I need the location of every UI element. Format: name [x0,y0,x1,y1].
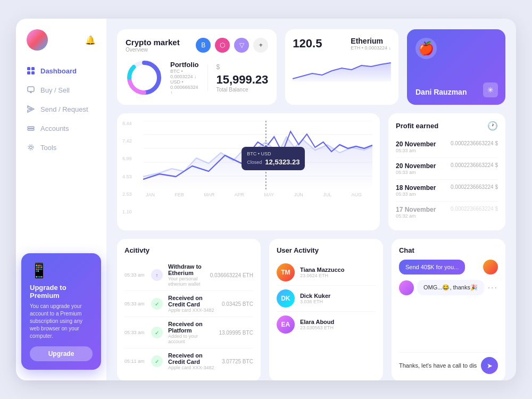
eth-value: 120.5 [293,37,322,51]
balance-label: Total Balance [216,87,268,93]
activity-title: Acitivty [124,246,253,254]
balance-value: 15,999.23 [216,73,268,86]
svg-point-9 [30,146,32,149]
sidebar-item-sendrequest[interactable]: Send / Request [16,99,106,119]
chat-send-button[interactable]: ➤ [481,357,498,374]
chart-y-labels: 8.44 7.42 6.99 4.53 2.53 1.10 [122,121,132,214]
upgrade-card: 📱 Upgrade to Premium You can upgrade you… [21,253,101,370]
user-avatar-0: TM [277,263,295,281]
bottom-section: Acitivty 05:33 am ↑ Withdraw to Etherium… [117,239,505,380]
profit-date-1: 20 November [396,162,436,170]
tooltip-status: Closed [247,160,262,165]
chat-title: Chat [399,246,498,254]
sidebar: 🔔 Dashboard [16,19,106,380]
eth-icon-btn[interactable]: ⬡ [215,38,230,53]
activity-sub-2: Added to your account [168,334,213,344]
profit-amount-1: 0.0002236663224 $ [451,162,498,168]
activity-amount-0: 0.036663224 ETH [210,272,253,278]
etherium-card: 120.5 Etherium ETH • 0.0003224 ↓ [285,29,398,105]
activity-time-0: 05:33 am [124,272,146,278]
portfolio-section: Portfolio BTC • 0.0003224 ↓ USD • 0.0006… [126,59,199,96]
send-icon [27,105,35,113]
y-label-3: 4.53 [122,174,132,179]
upgrade-button[interactable]: Upgrade [30,346,93,361]
profit-date-2: 18 November [396,184,436,192]
crypto-market-header: Crypto market Overview B ⬡ ▽ + [126,38,268,53]
chat-received-row: OMG...😂, thanks🎉 ··· [399,280,498,295]
activity-name-3: Received on Credit Card [168,352,217,365]
user-amount-1: 3.036 ETH [300,299,330,304]
activity-row-1: 05:33 am ✓ Received on Credit Card Apple… [124,291,253,317]
profit-date-0: 20 November [396,140,436,148]
profit-amount-0: 0.0002236663224 $ [451,140,498,146]
user-avatar-1: DK [277,289,295,307]
x-label-1: FEB [174,192,184,197]
svg-rect-2 [27,71,30,74]
chat-bubble-received: OMG...😂, thanks🎉 [417,280,484,295]
main-container: 🔔 Dashboard [16,19,516,380]
chat-input[interactable] [399,362,477,369]
chart-section: 8.44 7.42 6.99 4.53 2.53 1.10 [117,113,505,230]
svg-rect-4 [28,87,34,92]
activity-dot-1: ✓ [151,298,163,310]
sidebar-item-label-dashboard: Dashboard [40,67,77,75]
svg-rect-8 [28,129,34,130]
sidebar-item-buysell[interactable]: Buy / Sell [16,80,106,99]
y-label-0: 8.44 [122,121,132,126]
avatar [27,29,48,51]
profile-card: 🍎 Dani Rauzman ✳ [407,29,505,105]
user-info-0: Tiana Mazzucco 23.0624 ETH [300,267,345,278]
x-label-0: JAN [146,192,155,197]
apple-icon: 🍎 [415,38,437,59]
sidebar-item-label-accounts: Accounts [40,124,69,132]
chat-avatar-received [399,280,414,295]
svg-rect-7 [28,127,34,128]
chat-messages: Send 40$K for you... OMG...😂, thanks🎉 ··… [399,260,498,348]
history-icon[interactable]: 🕐 [487,121,498,131]
x-label-7: AUG [351,192,362,197]
crypto-market-card: Crypto market Overview B ⬡ ▽ + [117,29,277,105]
grid-icon [27,66,35,75]
divider [207,64,208,91]
sidebar-nav: Dashboard Buy / Sell Sen [16,61,106,157]
btc-icon-btn[interactable]: B [196,38,211,53]
balance-section: $ 15,999.23 Total Balance [216,63,268,93]
content-area: Crypto market Overview B ⬡ ▽ + [106,19,516,380]
profit-row-2: 18 November 05:33 am 0.0002236663224 $ [396,180,498,202]
x-label-5: JUN [294,192,303,197]
y-label-5: 1.10 [122,209,132,214]
user-row-2: EA Elara Aboud 23.030563 ETH [277,312,376,337]
sidebar-item-tools[interactable]: Tools [16,138,106,157]
activity-time-1: 05:33 am [124,301,146,306]
sidebar-item-accounts[interactable]: Accounts [16,119,106,138]
sidebar-item-dashboard[interactable]: Dashboard [16,61,106,80]
sidebar-item-label-buysell: Buy / Sell [40,86,70,94]
y-label-2: 6.99 [122,156,132,161]
sidebar-item-label-sendrequest: Send / Request [40,105,88,113]
profit-title: Profit earned [396,122,438,130]
activity-amount-3: 3.07725 BTC [222,359,253,364]
add-crypto-btn[interactable]: + [253,38,268,53]
activity-sub-1: Apple card XXX-3482 [168,307,217,313]
profit-time-0: 05:33 am [396,148,436,153]
user-name-2: Elara Aboud [300,319,334,325]
portfolio-title: Portfolio [170,61,199,69]
user-activity-title: User Activity [277,246,376,254]
user-row-0: TM Tiana Mazzucco 23.0624 ETH [277,260,376,286]
activity-time-3: 05:11 am [124,359,146,364]
chat-avatar-sent [483,260,498,275]
eth-chart [293,55,391,97]
y-label-4: 2.53 [122,192,132,197]
settings-icon [27,143,35,152]
monitor-icon [27,86,35,94]
balance-amount: $ 15,999.23 [216,63,268,87]
upgrade-icon: 📱 [30,262,93,279]
activity-info-0: Withdraw to Etherium Your personal ether… [168,263,205,287]
svg-rect-0 [27,67,30,70]
activity-info-3: Received on Credit Card Apple card XXX-3… [168,352,217,370]
bell-icon[interactable]: 🔔 [85,35,96,45]
crypto-market-subtitle: Overview [126,47,180,53]
user-name-1: Dick Kuker [300,293,330,299]
vtc-icon-btn[interactable]: ▽ [234,38,249,53]
crypto-inner: Portfolio BTC • 0.0003224 ↓ USD • 0.0006… [126,59,268,96]
